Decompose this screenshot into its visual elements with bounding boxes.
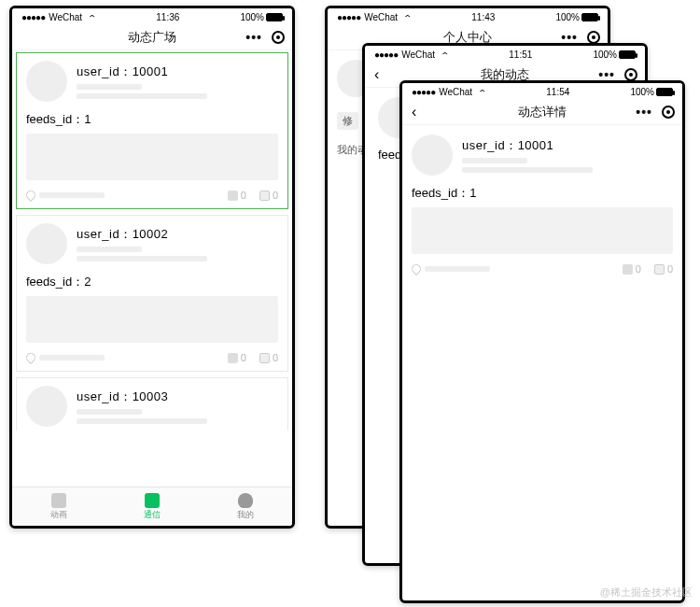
target-icon[interactable] xyxy=(662,106,675,119)
avatar xyxy=(412,134,453,176)
location-row xyxy=(412,264,490,274)
back-icon[interactable]: ‹ xyxy=(374,66,379,83)
content-placeholder xyxy=(412,207,673,254)
target-icon[interactable] xyxy=(272,31,285,44)
more-icon[interactable]: ••• xyxy=(636,105,652,120)
play-icon xyxy=(51,493,66,508)
skeleton-line xyxy=(425,266,490,272)
battery-pct: 100% xyxy=(240,12,264,22)
capsule: ••• xyxy=(245,30,285,45)
status-bar: ●●●●● WeChat 11:43 100% xyxy=(328,8,608,24)
comment-icon xyxy=(259,353,270,363)
battery-icon xyxy=(656,88,673,96)
signal-dots: ●●●●● xyxy=(21,12,45,22)
feeds-id-label: feeds_id：1 xyxy=(402,179,682,204)
edit-button[interactable]: 修 xyxy=(337,112,358,130)
comment-icon xyxy=(259,191,270,201)
like-button[interactable]: 0 xyxy=(623,263,641,275)
clock: 11:36 xyxy=(156,12,179,22)
wifi-icon xyxy=(476,87,485,97)
thumb-icon xyxy=(623,264,633,275)
like-button[interactable]: 0 xyxy=(228,352,246,363)
clock: 11:43 xyxy=(471,12,495,22)
status-bar: ●●●●● WeChat 11:54 100% xyxy=(402,83,682,99)
tab-bar: 动画 通信 我的 xyxy=(12,487,292,526)
wifi-icon xyxy=(86,12,95,22)
battery-icon xyxy=(266,13,283,21)
tab-animation[interactable]: 动画 xyxy=(12,487,105,526)
thumb-icon xyxy=(228,191,238,201)
skeleton-line xyxy=(77,409,142,415)
thumb-icon xyxy=(228,353,238,363)
tab-communication[interactable]: 通信 xyxy=(105,487,199,526)
signal-dots: ●●●●● xyxy=(337,12,360,22)
like-button[interactable]: 0 xyxy=(228,190,246,201)
content-placeholder xyxy=(26,296,278,343)
skeleton-line xyxy=(77,418,207,424)
more-icon[interactable]: ••• xyxy=(245,30,262,45)
tab-label: 我的 xyxy=(237,509,254,521)
skeleton-line xyxy=(77,93,207,99)
carrier-label: WeChat xyxy=(49,12,82,22)
skeleton-line xyxy=(39,192,105,198)
feed-card: user_id：10001 feeds_id：1 0 0 xyxy=(402,127,682,282)
back-icon[interactable]: ‹ xyxy=(412,104,416,120)
battery-pct: 100% xyxy=(630,87,654,97)
tab-label: 动画 xyxy=(50,509,67,521)
feed-card[interactable]: user_id：10002 feeds_id：2 0 0 xyxy=(16,215,288,372)
location-row xyxy=(26,353,105,362)
skeleton-line xyxy=(77,84,142,90)
avatar xyxy=(26,61,67,102)
page-title: 动态详情 xyxy=(518,104,567,120)
avatar xyxy=(26,386,67,427)
nav-bar: ‹ 动态详情 ••• xyxy=(402,99,682,125)
phone-feed-square: ●●●●● WeChat 11:36 100% 动态广场 ••• user_id… xyxy=(9,6,295,529)
battery-icon xyxy=(581,13,598,21)
battery-pct: 100% xyxy=(593,49,617,60)
like-count: 0 xyxy=(241,190,246,201)
person-icon xyxy=(238,493,253,508)
tab-label: 通信 xyxy=(144,509,161,521)
feeds-id-label: feeds_id：1 xyxy=(17,106,287,130)
carrier-label: WeChat xyxy=(401,49,435,60)
signal-dots: ●●●●● xyxy=(412,87,435,97)
user-id-label: user_id：10001 xyxy=(462,137,673,154)
user-id-label: user_id：10001 xyxy=(77,64,278,80)
like-count: 0 xyxy=(241,352,246,363)
signal-dots: ●●●●● xyxy=(374,49,398,60)
content-placeholder xyxy=(26,134,278,180)
carrier-label: WeChat xyxy=(364,12,398,22)
feed-card[interactable]: user_id：10001 feeds_id：1 0 0 xyxy=(16,52,288,209)
feed-list: user_id：10001 feeds_id：1 0 0 user_id：100… xyxy=(12,52,292,431)
target-icon[interactable] xyxy=(587,31,600,44)
comment-icon xyxy=(654,264,665,275)
user-id-label: user_id：10003 xyxy=(77,388,278,405)
clock: 11:54 xyxy=(546,87,569,97)
comment-button[interactable]: 0 xyxy=(259,352,278,363)
chat-icon xyxy=(145,493,160,508)
comment-count: 0 xyxy=(273,352,278,363)
skeleton-line xyxy=(39,355,105,360)
comment-count: 0 xyxy=(273,190,278,201)
tab-mine[interactable]: 我的 xyxy=(199,487,292,526)
phone-feed-detail: ●●●●● WeChat 11:54 100% ‹ 动态详情 ••• user_… xyxy=(399,80,685,603)
watermark: @稀土掘金技术社区 xyxy=(600,586,693,600)
pin-icon xyxy=(24,351,37,364)
skeleton-line xyxy=(462,167,593,173)
feeds-id-label: feeds_id：2 xyxy=(17,268,287,292)
status-bar: ●●●●● WeChat 11:36 100% xyxy=(12,8,292,24)
avatar xyxy=(26,223,67,264)
skeleton-line xyxy=(77,256,207,261)
nav-bar: 动态广场 ••• xyxy=(12,24,292,50)
status-bar: ●●●●● WeChat 11:51 100% xyxy=(365,46,645,62)
comment-button[interactable]: 0 xyxy=(259,190,278,201)
wifi-icon xyxy=(439,49,448,60)
feed-card[interactable]: user_id：10003 xyxy=(16,377,288,431)
comment-button[interactable]: 0 xyxy=(654,263,673,275)
comment-count: 0 xyxy=(667,263,673,275)
target-icon[interactable] xyxy=(624,68,637,81)
clock: 11:51 xyxy=(509,49,532,60)
location-row xyxy=(26,191,105,200)
pin-icon xyxy=(410,262,423,275)
user-id-label: user_id：10002 xyxy=(77,226,278,243)
